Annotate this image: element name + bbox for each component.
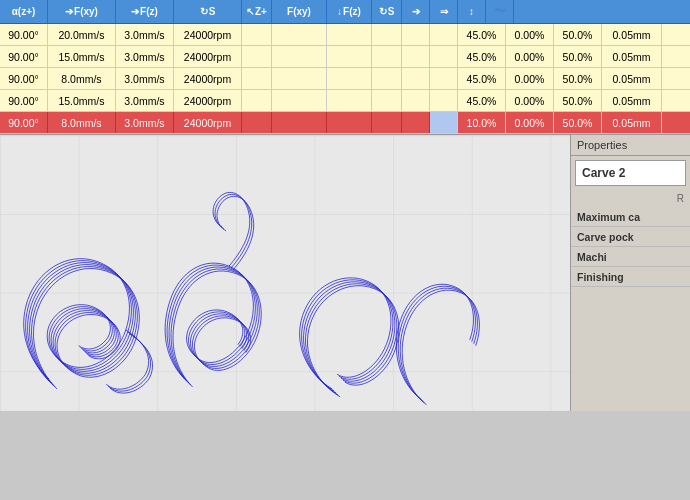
arrow-down-icon: ➔ [131,6,139,17]
properties-placeholder: R [571,190,690,207]
cell-fz2 [327,112,372,133]
col-header-fxy1: ➔ F(xy) [48,0,116,23]
cell-arr1 [402,24,430,45]
col-header-fz1: ➔ F(z) [116,0,174,23]
rotate-icon: ↻ [200,6,208,17]
s2-label: S [388,6,395,17]
cell-pct4: 0.05mm [602,68,662,89]
cell-fz1: 3.0mm/s [116,90,174,111]
cell-pct2: 0.00% [506,68,554,89]
cell-pct1: 45.0% [458,46,506,67]
table-row[interactable]: 90.00° 20.0mm/s 3.0mm/s 24000rpm 45.0% 0… [0,24,690,46]
cell-arr1 [402,112,430,133]
cell-pct3: 50.0% [554,46,602,67]
col-header-fz2: ↓ F(z) [327,0,372,23]
cell-arr1 [402,90,430,111]
cell-fxy2 [272,90,327,111]
cell-arr2 [430,24,458,45]
cell-s1: 24000rpm [174,68,242,89]
cell-s2 [372,90,402,111]
cell-fxy2 [272,24,327,45]
cell-s2 [372,112,402,133]
carve-visualization [0,135,570,411]
zplus-icon: ↖ [246,6,254,17]
cell-fz2 [327,68,372,89]
cell-alpha: 90.00° [0,68,48,89]
cell-alpha: 90.00° [0,24,48,45]
canvas-area[interactable] [0,135,570,411]
arr1-icon: ➔ [412,6,420,17]
col-header-s2: ↻ S [372,0,402,23]
cell-zplus [242,112,272,133]
table-section: α(z+) ➔ F(xy) ➔ F(z) ↻ S ↖ Z+ F(xy) [0,0,690,135]
cell-fz1: 3.0mm/s [116,68,174,89]
cell-arr1 [402,68,430,89]
alpha-label: α(z+) [12,6,36,17]
cell-arr2 [430,46,458,67]
cell-fz2 [327,90,372,111]
cell-pct1: 10.0% [458,112,506,133]
cell-pct2: 0.00% [506,24,554,45]
cell-pct4: 0.05mm [602,46,662,67]
cell-pct3: 50.0% [554,24,602,45]
col-header-zplus: ↖ Z+ [242,0,272,23]
col-header-wave: 〜 [486,0,514,23]
cell-pct4: 0.05mm [602,90,662,111]
zplus-label: Z+ [255,6,267,17]
cell-zplus [242,68,272,89]
cell-s1: 24000rpm [174,24,242,45]
cell-pct2: 0.00% [506,112,554,133]
table-row-selected[interactable]: 90.00° 8.0mm/s 3.0mm/s 24000rpm 10.0% 0.… [0,112,690,134]
arrow-right-icon: ➔ [65,6,73,17]
table-row[interactable]: 90.00° 15.0mm/s 3.0mm/s 24000rpm 45.0% 0… [0,90,690,112]
cell-pct4: 0.05mm [602,112,662,133]
col-header-arr1: ➔ [402,0,430,23]
fxy2-label: F(xy) [287,6,311,17]
cell-fxy1: 15.0mm/s [48,90,116,111]
fz2-label: F(z) [343,6,361,17]
cell-arr1 [402,46,430,67]
cell-pct1: 45.0% [458,24,506,45]
cell-pct3: 50.0% [554,68,602,89]
cell-fxy2 [272,68,327,89]
properties-row-machi: Machi [571,247,690,267]
properties-row-carvepock: Carve pock [571,227,690,247]
cell-fxy1: 20.0mm/s [48,24,116,45]
col-header-fxy2: F(xy) [272,0,327,23]
table-body: 90.00° 20.0mm/s 3.0mm/s 24000rpm 45.0% 0… [0,24,690,134]
table-row[interactable]: 90.00° 15.0mm/s 3.0mm/s 24000rpm 45.0% 0… [0,46,690,68]
s1-label: S [209,6,216,17]
cell-fxy2 [272,112,327,133]
table-row[interactable]: 90.00° 8.0mm/s 3.0mm/s 24000rpm 45.0% 0.… [0,68,690,90]
fz1-label: F(z) [140,6,158,17]
cell-s2 [372,24,402,45]
arr2-icon: ⇒ [440,6,448,17]
cell-zplus [242,90,272,111]
cell-s1: 24000rpm [174,90,242,111]
arr3-icon: ↕ [469,6,474,17]
cell-alpha: 90.00° [0,112,48,133]
cell-pct3: 50.0% [554,90,602,111]
cell-fz1: 3.0mm/s [116,24,174,45]
properties-row-finishing: Finishing [571,267,690,287]
cell-fz2 [327,24,372,45]
cell-alpha: 90.00° [0,46,48,67]
properties-title: Properties [571,135,690,156]
arrow-down2-icon: ↓ [337,6,342,17]
cell-s1: 24000rpm [174,112,242,133]
cell-fz1: 3.0mm/s [116,46,174,67]
cell-fxy1: 8.0mm/s [48,112,116,133]
app-container: α(z+) ➔ F(xy) ➔ F(z) ↻ S ↖ Z+ F(xy) [0,0,690,411]
fxy1-label: F(xy) [74,6,98,17]
cell-s2 [372,68,402,89]
cell-s2 [372,46,402,67]
cell-arr2 [430,68,458,89]
cell-arr2 [430,112,458,133]
cell-pct2: 0.00% [506,46,554,67]
properties-name-field[interactable]: Carve 2 [575,160,686,186]
cell-fxy1: 8.0mm/s [48,68,116,89]
cell-pct1: 45.0% [458,90,506,111]
cell-fxy2 [272,46,327,67]
col-header-alpha: α(z+) [0,0,48,23]
rotate2-icon: ↻ [379,6,387,17]
